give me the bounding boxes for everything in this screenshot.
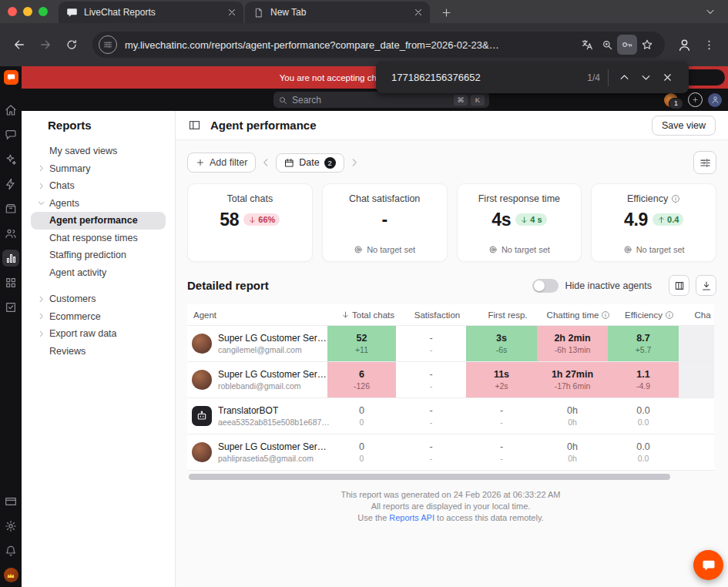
horizontal-scrollbar[interactable] — [187, 474, 714, 480]
previous-period-icon[interactable] — [260, 157, 271, 168]
hide-inactive-agents-toggle[interactable] — [532, 279, 559, 293]
agent-avatar — [192, 442, 212, 462]
site-info-icon[interactable] — [99, 35, 117, 54]
column-chatting-time[interactable]: Chatting time — [543, 310, 614, 320]
rail-notifications-icon[interactable] — [1, 538, 21, 563]
agent-status-avatar[interactable]: 1 — [664, 93, 678, 107]
global-search-input[interactable]: Search ⌘ K — [273, 92, 489, 108]
url-text[interactable]: my.livechatinc.com/reports/agent-perform… — [125, 39, 577, 51]
browser-tab-livechat[interactable]: LiveChat Reports — [59, 2, 243, 23]
sidebar-item-agent-activity[interactable]: Agent activity — [31, 264, 167, 282]
rail-settings-icon[interactable] — [1, 514, 21, 538]
close-tab-icon[interactable] — [226, 7, 237, 18]
metric-first-response-time[interactable]: First response time 4s 4 s — [457, 183, 582, 262]
rail-reports-icon[interactable] — [1, 246, 21, 270]
sidebar-item-chats[interactable]: Chats — [31, 177, 167, 195]
column-agent[interactable]: Agent — [187, 310, 334, 320]
user-avatar[interactable] — [4, 568, 18, 582]
find-close-button[interactable] — [656, 67, 678, 89]
browser-tab-strip: LiveChat Reports New Tab — [0, 0, 728, 23]
collapse-sidebar-icon[interactable] — [188, 119, 201, 132]
sidebar-item-summary[interactable]: Summary — [31, 160, 167, 178]
rail-chats-icon[interactable] — [1, 122, 21, 147]
invite-agent-button[interactable] — [688, 92, 703, 107]
table-header: Agent Total chats Satisfaction First res… — [187, 304, 714, 325]
rail-tasks-icon[interactable] — [1, 295, 21, 320]
date-filter-chip[interactable]: Date 2 — [276, 153, 344, 173]
reload-button[interactable] — [60, 33, 83, 56]
livechat-logo[interactable] — [4, 70, 18, 85]
table-row[interactable]: TranslatorBOT aeea5352ab815e508b1e687701… — [187, 397, 714, 434]
rail-home-icon[interactable] — [1, 98, 21, 122]
new-tab-button[interactable] — [436, 2, 456, 22]
rail-apps-icon[interactable] — [1, 270, 21, 295]
rail-automation-icon[interactable] — [1, 172, 21, 196]
rail-archives-icon[interactable] — [1, 196, 21, 221]
find-query-input[interactable]: 1771862156376652 — [391, 72, 587, 83]
table-row[interactable]: Super LG Customer Service 01 pahlipraset… — [187, 434, 714, 471]
rail-ai-icon[interactable] — [1, 147, 21, 172]
bookmark-star-icon[interactable] — [637, 35, 657, 55]
metric-value: 58 — [220, 210, 239, 230]
next-period-icon[interactable] — [349, 157, 360, 168]
cmd-key-hint: ⌘ — [454, 95, 468, 106]
reports-api-link[interactable]: Reports API — [389, 513, 434, 522]
close-tab-icon[interactable] — [413, 7, 424, 18]
back-button[interactable] — [8, 33, 31, 56]
minimize-window-button[interactable] — [23, 7, 32, 16]
password-manager-icon[interactable] — [617, 35, 637, 55]
browser-profile-icon[interactable] — [674, 35, 694, 55]
sidebar-item-export-raw-data[interactable]: Export raw data — [31, 325, 167, 343]
sidebar-item-agent-performance[interactable]: Agent performance — [31, 212, 166, 230]
table-row[interactable]: Super LG Customer Service 02 cangilemel@… — [187, 325, 714, 361]
table-row[interactable]: Super LG Customer Service 03 roblebandi@… — [187, 361, 714, 397]
sidebar-item-saved-views[interactable]: My saved views — [31, 143, 167, 160]
column-first-response[interactable]: First resp. — [472, 310, 543, 320]
table-cell: 0h0h — [537, 434, 608, 470]
tab-search-button[interactable] — [702, 3, 719, 20]
find-next-button[interactable] — [635, 67, 656, 89]
sidebar-item-customers[interactable]: Customers — [31, 290, 167, 308]
column-cut-off[interactable]: Cha — [685, 310, 720, 320]
close-window-button[interactable] — [8, 7, 17, 16]
browser-menu-icon[interactable] — [697, 33, 720, 56]
metric-efficiency[interactable]: Efficiency 4.9 0.4 — [591, 183, 716, 262]
filter-bar: Add filter Date 2 — [187, 151, 716, 174]
forward-button[interactable] — [34, 33, 57, 56]
download-report-button[interactable] — [696, 275, 716, 296]
column-total-chats[interactable]: Total chats — [334, 310, 402, 320]
livechat-widget-button[interactable] — [693, 550, 723, 580]
sidebar-item-ecommerce[interactable]: Ecommerce — [31, 308, 167, 326]
table-cell: 1h 27min-17h 6min — [537, 362, 608, 397]
rail-team-icon[interactable] — [1, 221, 21, 246]
maximize-window-button[interactable] — [39, 7, 48, 16]
save-view-button[interactable]: Save view — [652, 116, 716, 136]
tab-title: New Tab — [270, 7, 407, 18]
address-bar[interactable]: my.livechatinc.com/reports/agent-perform… — [92, 32, 665, 58]
report-settings-button[interactable] — [693, 151, 716, 174]
metric-total-chats[interactable]: Total chats 58 66% — [187, 183, 313, 262]
rail-billing-icon[interactable] — [1, 489, 21, 514]
no-target-label: No target set — [354, 245, 415, 254]
find-previous-button[interactable] — [613, 67, 635, 89]
browser-tab-newtab[interactable]: New Tab — [245, 2, 430, 23]
info-icon[interactable] — [671, 194, 680, 203]
table-cell: 00 — [327, 398, 396, 434]
column-picker-button[interactable] — [669, 275, 689, 296]
sidebar-item-agents[interactable]: Agents — [31, 195, 167, 213]
metric-chat-satisfaction[interactable]: Chat satisfaction - No target set — [322, 183, 448, 262]
column-satisfaction[interactable]: Satisfaction — [402, 310, 472, 320]
table-cell: 1.1-4.9 — [608, 362, 679, 397]
translate-icon[interactable] — [577, 35, 597, 55]
sidebar-item-chat-response-times[interactable]: Chat response times — [31, 230, 167, 247]
sidebar-item-staffing-prediction[interactable]: Staffing prediction — [31, 247, 167, 264]
sidebar-item-reviews[interactable]: Reviews — [31, 343, 167, 361]
info-icon[interactable] — [665, 310, 674, 320]
info-icon[interactable] — [601, 310, 610, 320]
lens-search-icon[interactable] — [597, 35, 617, 55]
scrollbar-thumb[interactable] — [189, 474, 670, 480]
column-efficiency[interactable]: Efficiency — [614, 310, 685, 320]
table-cell — [679, 326, 714, 361]
profile-menu-icon[interactable] — [708, 93, 722, 107]
add-filter-button[interactable]: Add filter — [187, 153, 256, 173]
